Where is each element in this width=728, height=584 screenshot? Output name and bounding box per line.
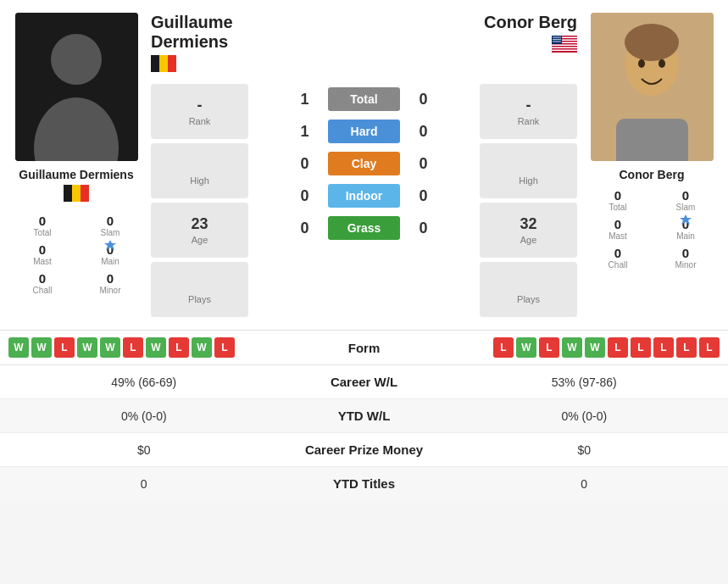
left-mast-cell: 0 Mast [8, 240, 76, 269]
svg-rect-15 [552, 50, 577, 52]
bottom-stat-right: 0% (0-0) [458, 409, 712, 423]
form-badge-right: L [699, 337, 720, 358]
svg-point-20 [558, 36, 559, 38]
right-mast-label: Mast [609, 231, 627, 241]
right-rank-box: - Rank [480, 84, 577, 139]
left-mast-label: Mast [33, 257, 52, 266]
indoor-row: 0 Indoor 0 [255, 181, 473, 211]
right-mast-cell: 0 Mast [584, 214, 652, 243]
svg-rect-7 [159, 55, 168, 72]
left-rank-value: - [197, 97, 203, 114]
right-high-label: High [519, 175, 538, 186]
right-plays-box: Plays [480, 262, 577, 317]
svg-point-31 [559, 41, 561, 42]
left-plays-label: Plays [188, 294, 211, 304]
left-high-value [197, 156, 202, 174]
bottom-stat-right: 0 [458, 477, 712, 491]
right-flag-header [484, 36, 577, 53]
left-main-cell: 0 Main [76, 240, 144, 269]
left-player-photo [15, 13, 138, 161]
right-main-label: Main [676, 231, 695, 241]
right-header-name: Conor Berg [484, 13, 577, 32]
svg-point-34 [625, 24, 679, 61]
svg-point-24 [556, 39, 558, 41]
right-player-stats: 0 Total 0 Slam 0 Mast 0 Main [584, 186, 720, 272]
right-stat-boxes: - Rank High 32 Age Plays [480, 84, 577, 317]
total-row: 1 Total 0 [255, 84, 473, 114]
svg-rect-13 [552, 45, 577, 47]
bottom-stat-left: 0 [17, 477, 271, 491]
svg-point-1 [51, 34, 102, 85]
left-chall-value: 0 [39, 271, 46, 286]
svg-point-37 [659, 59, 665, 68]
right-total-label: Total [609, 203, 626, 212]
left-minor-label: Minor [99, 286, 120, 295]
left-player-flag [64, 185, 89, 207]
names-row: Guillaume Dermiens Conor Berg [151, 13, 577, 75]
total-badge: Total [328, 87, 400, 111]
total-right: 0 [413, 91, 434, 108]
form-badges-right: LWLWWLLLLL [432, 337, 720, 358]
left-header-name: Guillaume Dermiens [151, 13, 233, 52]
form-badge-right: L [539, 337, 559, 358]
left-mast-value: 0 [39, 242, 46, 257]
clay-right: 0 [413, 155, 434, 173]
left-minor-value: 0 [107, 271, 114, 286]
bottom-stat-label: YTD Titles [271, 476, 458, 491]
left-rank-box: - Rank [151, 84, 248, 139]
grass-row: 0 Grass 0 [255, 213, 473, 243]
svg-point-26 [559, 39, 561, 41]
bottom-stat-row: $0Career Prize Money$0 [0, 433, 728, 467]
left-high-box: High [151, 143, 248, 198]
hard-right: 0 [413, 123, 434, 141]
right-minor-cell: 0 Minor [652, 243, 720, 272]
form-badge-right: L [653, 337, 674, 358]
form-badge-left: L [169, 337, 189, 358]
right-rank-value: - [526, 97, 531, 114]
right-age-value: 32 [520, 215, 536, 233]
svg-point-36 [638, 59, 645, 68]
right-age-box: 32 Age [480, 203, 577, 258]
right-minor-label: Minor [675, 260, 696, 270]
svg-rect-35 [616, 119, 688, 161]
left-age-value: 23 [191, 215, 208, 233]
right-slam-cell: 0 Slam [652, 186, 720, 214]
comparisons-and-panels: - Rank High 23 Age Plays [151, 84, 577, 317]
bottom-stat-label: Career W/L [271, 375, 458, 389]
left-chall-cell: 0 Chall [8, 269, 76, 298]
left-rank-label: Rank [189, 116, 211, 126]
grass-right: 0 [413, 220, 434, 237]
right-main-cell: 0 Main [652, 214, 720, 243]
bottom-stat-row: 49% (66-69)Career W/L53% (97-86) [0, 365, 728, 399]
clay-row: 0 Clay 0 [255, 148, 473, 179]
form-badge-right: L [676, 337, 697, 358]
right-high-value [526, 156, 531, 174]
right-plays-label: Plays [517, 294, 540, 304]
hard-row: 1 Hard 0 [255, 116, 473, 147]
form-badge-left: L [123, 337, 143, 358]
form-badge-left: W [192, 337, 212, 358]
right-chall-value: 0 [614, 246, 621, 260]
right-chall-label: Chall [609, 260, 628, 270]
right-name-block: Conor Berg [484, 13, 577, 75]
right-high-box: High [480, 143, 577, 198]
left-total-value: 0 [39, 214, 46, 228]
clay-badge: Clay [328, 152, 400, 175]
left-stat-boxes: - Rank High 23 Age Plays [151, 84, 248, 317]
left-total-label: Total [33, 228, 51, 237]
grass-badge: Grass [328, 216, 400, 240]
left-player-stats: 0 Total 0 Slam 0 Mast 0 Main [8, 211, 144, 298]
svg-rect-4 [72, 185, 81, 202]
svg-point-28 [554, 41, 556, 42]
form-badge-right: L [493, 337, 514, 358]
right-player-name: Conor Berg [620, 168, 685, 181]
left-player-name: Guillaume Dermiens [19, 168, 133, 181]
svg-point-29 [556, 41, 558, 42]
svg-point-23 [554, 39, 556, 41]
left-total-cell: 0 Total [8, 211, 76, 240]
left-slam-label: Slam [101, 228, 120, 237]
form-badge-left: W [100, 337, 120, 358]
svg-rect-14 [552, 47, 577, 49]
right-player-col: Conor Berg 0 Total 0 Slam 0 Mast [584, 13, 720, 272]
indoor-left: 0 [294, 187, 315, 205]
